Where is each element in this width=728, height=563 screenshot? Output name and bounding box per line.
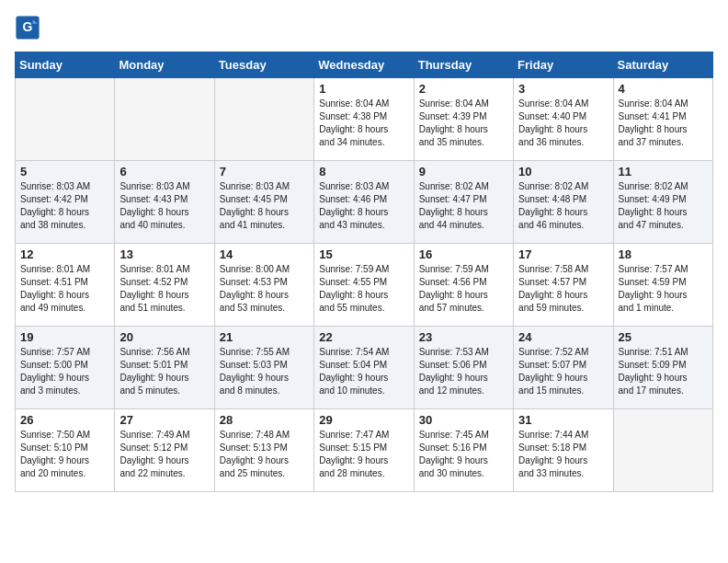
day-number: 14 [220,247,309,261]
calendar-cell: 15Sunrise: 7:59 AM Sunset: 4:55 PM Dayli… [314,244,414,327]
day-info: Sunrise: 8:02 AM Sunset: 4:49 PM Dayligh… [619,180,708,232]
day-info: Sunrise: 8:03 AM Sunset: 4:45 PM Dayligh… [220,180,309,232]
day-info: Sunrise: 7:54 AM Sunset: 5:04 PM Dayligh… [319,346,408,397]
day-number: 11 [619,165,708,178]
day-number: 5 [20,165,109,178]
day-info: Sunrise: 7:50 AM Sunset: 5:10 PM Dayligh… [20,429,109,480]
calendar-cell: 4Sunrise: 8:04 AM Sunset: 4:41 PM Daylig… [613,78,712,161]
day-info: Sunrise: 8:04 AM Sunset: 4:40 PM Dayligh… [518,98,608,149]
calendar-cell: 9Sunrise: 8:02 AM Sunset: 4:47 PM Daylig… [414,161,513,244]
day-number: 17 [518,247,608,261]
day-info: Sunrise: 8:01 AM Sunset: 4:51 PM Dayligh… [20,263,109,315]
day-number: 24 [518,330,608,344]
calendar-cell: 31Sunrise: 7:44 AM Sunset: 5:18 PM Dayli… [514,409,613,492]
calendar-week-row: 12Sunrise: 8:01 AM Sunset: 4:51 PM Dayli… [16,244,713,327]
day-info: Sunrise: 7:44 AM Sunset: 5:18 PM Dayligh… [518,429,608,480]
day-number: 25 [619,330,708,344]
day-number: 10 [518,165,608,178]
calendar-cell: 24Sunrise: 7:52 AM Sunset: 5:07 PM Dayli… [514,327,613,409]
day-info: Sunrise: 7:58 AM Sunset: 4:57 PM Dayligh… [518,263,608,315]
calendar-cell: 29Sunrise: 7:47 AM Sunset: 5:15 PM Dayli… [314,409,414,492]
day-info: Sunrise: 8:04 AM Sunset: 4:39 PM Dayligh… [419,98,508,149]
day-number: 8 [319,165,408,178]
calendar-week-row: 19Sunrise: 7:57 AM Sunset: 5:00 PM Dayli… [16,327,713,409]
calendar-cell: 14Sunrise: 8:00 AM Sunset: 4:53 PM Dayli… [214,244,313,327]
day-info: Sunrise: 8:01 AM Sunset: 4:52 PM Dayligh… [119,263,209,315]
calendar-cell: 11Sunrise: 8:02 AM Sunset: 4:49 PM Dayli… [613,161,712,244]
calendar-cell: 12Sunrise: 8:01 AM Sunset: 4:51 PM Dayli… [16,244,115,327]
day-info: Sunrise: 7:53 AM Sunset: 5:06 PM Dayligh… [419,346,508,397]
page-header: G [15,15,713,40]
calendar-cell: 2Sunrise: 8:04 AM Sunset: 4:39 PM Daylig… [414,78,513,161]
calendar-cell [613,409,712,492]
calendar-cell: 21Sunrise: 7:55 AM Sunset: 5:03 PM Dayli… [214,327,313,409]
calendar-table: SundayMondayTuesdayWednesdayThursdayFrid… [15,52,713,492]
day-number: 15 [319,247,408,261]
day-number: 20 [119,330,209,344]
day-info: Sunrise: 7:45 AM Sunset: 5:16 PM Dayligh… [419,429,508,480]
day-number: 13 [119,247,209,261]
calendar-cell: 25Sunrise: 7:51 AM Sunset: 5:09 PM Dayli… [613,327,712,409]
day-number: 4 [619,82,708,96]
day-info: Sunrise: 8:02 AM Sunset: 4:48 PM Dayligh… [518,180,608,232]
day-info: Sunrise: 7:59 AM Sunset: 4:55 PM Dayligh… [319,263,408,315]
day-number: 19 [20,330,109,344]
day-info: Sunrise: 8:04 AM Sunset: 4:41 PM Dayligh… [619,98,708,149]
calendar-cell: 7Sunrise: 8:03 AM Sunset: 4:45 PM Daylig… [214,161,313,244]
logo-icon: G [15,15,40,40]
day-info: Sunrise: 7:57 AM Sunset: 5:00 PM Dayligh… [20,346,109,397]
day-number: 26 [20,413,109,427]
day-info: Sunrise: 7:47 AM Sunset: 5:15 PM Dayligh… [319,429,408,480]
day-number: 21 [220,330,309,344]
day-info: Sunrise: 8:03 AM Sunset: 4:43 PM Dayligh… [119,180,209,232]
calendar-cell: 10Sunrise: 8:02 AM Sunset: 4:48 PM Dayli… [514,161,613,244]
day-number: 1 [319,82,408,96]
day-number: 29 [319,413,408,427]
calendar-cell: 1Sunrise: 8:04 AM Sunset: 4:38 PM Daylig… [314,78,414,161]
day-number: 2 [419,82,508,96]
day-number: 7 [220,165,309,178]
weekday-header-saturday: Saturday [613,52,712,78]
calendar-cell: 8Sunrise: 8:03 AM Sunset: 4:46 PM Daylig… [314,161,414,244]
weekday-header-thursday: Thursday [414,52,513,78]
calendar-cell [214,78,313,161]
day-info: Sunrise: 7:55 AM Sunset: 5:03 PM Dayligh… [220,346,309,397]
calendar-cell: 6Sunrise: 8:03 AM Sunset: 4:43 PM Daylig… [115,161,214,244]
day-number: 9 [419,165,508,178]
day-number: 22 [319,330,408,344]
day-number: 6 [119,165,209,178]
day-info: Sunrise: 8:03 AM Sunset: 4:42 PM Dayligh… [20,180,109,232]
day-info: Sunrise: 8:00 AM Sunset: 4:53 PM Dayligh… [220,263,309,315]
weekday-header-monday: Monday [115,52,214,78]
calendar-cell: 27Sunrise: 7:49 AM Sunset: 5:12 PM Dayli… [115,409,214,492]
calendar-cell: 19Sunrise: 7:57 AM Sunset: 5:00 PM Dayli… [16,327,115,409]
calendar-cell: 22Sunrise: 7:54 AM Sunset: 5:04 PM Dayli… [314,327,414,409]
day-info: Sunrise: 7:49 AM Sunset: 5:12 PM Dayligh… [119,429,209,480]
day-number: 28 [220,413,309,427]
calendar-cell: 17Sunrise: 7:58 AM Sunset: 4:57 PM Dayli… [514,244,613,327]
calendar-header-row: SundayMondayTuesdayWednesdayThursdayFrid… [16,52,713,78]
calendar-cell [115,78,214,161]
calendar-cell: 23Sunrise: 7:53 AM Sunset: 5:06 PM Dayli… [414,327,513,409]
day-number: 23 [419,330,508,344]
weekday-header-tuesday: Tuesday [214,52,313,78]
day-info: Sunrise: 8:02 AM Sunset: 4:47 PM Dayligh… [419,180,508,232]
calendar-week-row: 26Sunrise: 7:50 AM Sunset: 5:10 PM Dayli… [16,409,713,492]
day-number: 12 [20,247,109,261]
calendar-cell: 28Sunrise: 7:48 AM Sunset: 5:13 PM Dayli… [214,409,313,492]
calendar-cell: 30Sunrise: 7:45 AM Sunset: 5:16 PM Dayli… [414,409,513,492]
weekday-header-friday: Friday [514,52,613,78]
day-info: Sunrise: 7:59 AM Sunset: 4:56 PM Dayligh… [419,263,508,315]
calendar-cell: 16Sunrise: 7:59 AM Sunset: 4:56 PM Dayli… [414,244,513,327]
calendar-cell: 13Sunrise: 8:01 AM Sunset: 4:52 PM Dayli… [115,244,214,327]
calendar-cell: 3Sunrise: 8:04 AM Sunset: 4:40 PM Daylig… [514,78,613,161]
calendar-cell [16,78,115,161]
day-number: 27 [119,413,209,427]
day-info: Sunrise: 7:56 AM Sunset: 5:01 PM Dayligh… [119,346,209,397]
day-number: 31 [518,413,608,427]
day-info: Sunrise: 8:04 AM Sunset: 4:38 PM Dayligh… [319,98,408,149]
day-number: 18 [619,247,708,261]
day-info: Sunrise: 7:57 AM Sunset: 4:59 PM Dayligh… [619,263,708,315]
calendar-cell: 26Sunrise: 7:50 AM Sunset: 5:10 PM Dayli… [16,409,115,492]
day-info: Sunrise: 8:03 AM Sunset: 4:46 PM Dayligh… [319,180,408,232]
